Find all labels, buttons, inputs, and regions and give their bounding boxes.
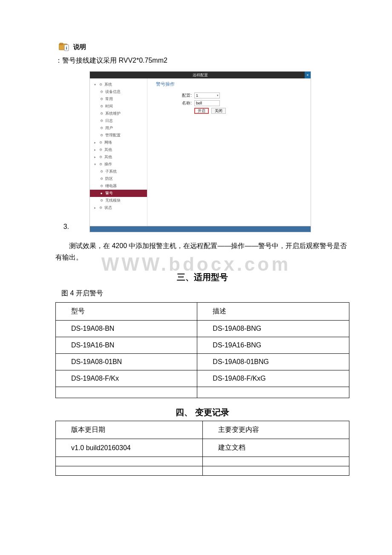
cell: DS-19A16-BN [56, 337, 197, 354]
tree-item-general[interactable]: ⚙常用 [90, 95, 147, 103]
section3-title: 三、适用型号 [55, 272, 349, 283]
tree-item-label: 时间 [105, 104, 113, 109]
tree-group-status[interactable]: ▸⚙状态 [90, 204, 147, 211]
select-value: 1 [196, 93, 198, 98]
note-icon: i [59, 43, 71, 51]
tree-item-time[interactable]: ⚙时间 [90, 103, 147, 110]
tree-item-device-info[interactable]: ⚙设备信息 [90, 88, 147, 95]
tree-item-user[interactable]: ⚙用户 [90, 124, 147, 132]
config-sidebar: ▾ ⚙ 系统 ⚙设备信息 ⚙常用 ⚙时间 ⚙系统维护 ⚙日志 ⚙用户 ⚙管理配置… [90, 78, 147, 226]
table-row: 版本更日期 主要变更内容 [56, 421, 349, 439]
cell: DS-19A08-01BN [56, 354, 197, 370]
tree-item-siren[interactable]: ●警号 [90, 190, 147, 197]
chevron-right-icon: ▸ [93, 148, 97, 152]
table-row [56, 387, 349, 398]
table-row: DS-19A16-BNDS-19A16-BNG [56, 337, 349, 354]
window-close-button[interactable]: × [305, 72, 311, 78]
chevron-down-icon: ▾ [93, 163, 97, 166]
models-table: 型号 描述 DS-19A08-BNDS-19A08-BNG DS-19A16-B… [55, 302, 349, 398]
cell: DS-19A16-BNG [197, 337, 349, 354]
cell [56, 457, 203, 466]
gear-icon: ⚙ [99, 90, 104, 94]
tree-item-zone[interactable]: ⚙防区 [90, 175, 147, 182]
gear-icon: ⚙ [98, 155, 103, 159]
table-row: DS-19A08-F/KxDS-19A08-F/KxG [56, 370, 349, 387]
gear-icon: ⚙ [99, 112, 104, 116]
gear-icon: ⚙ [98, 206, 103, 210]
cell [56, 466, 203, 476]
cell: DS-19A08-BNG [197, 321, 349, 337]
table-row: v1.0 build20160304建立文档 [56, 439, 349, 457]
tree-item-log[interactable]: ⚙日志 [90, 117, 147, 124]
tree-group-system[interactable]: ▾ ⚙ 系统 [90, 81, 147, 88]
gear-icon: ⚙ [98, 162, 103, 167]
config-name-input[interactable]: bell [194, 100, 220, 106]
tree-group-network[interactable]: ▸⚙网络 [90, 139, 147, 146]
col-model-header: 型号 [56, 303, 197, 321]
tree-item-maintenance[interactable]: ⚙系统维护 [90, 110, 147, 117]
tree-item-label: 无线模块 [105, 198, 121, 203]
config-index-select[interactable]: 1 ▾ [194, 92, 220, 98]
tree-item-label: 用户 [105, 125, 113, 131]
list-number: 3. [55, 223, 72, 232]
chevron-down-icon: ▾ [217, 94, 219, 97]
cell: v1.0 build20160304 [56, 439, 203, 457]
section4-title: 四、 变更记录 [55, 407, 349, 418]
gear-icon: ⚙ [99, 184, 104, 188]
config-index-label: 配置: [177, 92, 192, 98]
chevron-down-icon: ▾ [93, 83, 97, 87]
panel-title: 警号操作 [156, 81, 302, 87]
app-titlebar: 远程配置 × [90, 72, 311, 78]
tree-item-relay[interactable]: ⚙继电器 [90, 182, 147, 190]
note-callout: i 说明 [59, 43, 349, 51]
cell [202, 457, 349, 466]
gear-icon: ⚙ [99, 133, 104, 138]
test-paragraph: 测试效果，在 4200 中添加报警主机，在远程配置——操作——警号中，开启后观察… [55, 240, 349, 263]
gear-icon: ⚙ [99, 119, 104, 123]
table-row: DS-19A08-01BNDS-19A08-01BNG [56, 354, 349, 370]
tree-group-label: 其他 [104, 154, 112, 160]
remote-config-screenshot: 远程配置 × ▾ ⚙ 系统 ⚙设备信息 ⚙常用 ⚙时间 ⚙系统维护 ⚙日志 ⚙用 [89, 71, 311, 232]
tree-item-subsystem[interactable]: ⚙子系统 [90, 168, 147, 175]
gear-icon: ⚙ [99, 170, 104, 174]
tree-item-label: 子系统 [105, 169, 117, 174]
window-title: 远程配置 [193, 72, 208, 78]
tree-item-mgmt[interactable]: ⚙管理配置 [90, 132, 147, 139]
tree-group-operation[interactable]: ▾⚙操作 [90, 161, 147, 168]
gear-icon: ⚙ [99, 199, 104, 203]
tree-group-label: 其他 [104, 147, 112, 153]
input-value: bell [196, 101, 202, 105]
chevron-right-icon: ▸ [93, 206, 97, 210]
note-label: 说明 [73, 43, 86, 51]
cell: DS-19A08-BN [56, 321, 197, 337]
tree-group-other1[interactable]: ▸⚙其他 [90, 146, 147, 153]
disable-button[interactable]: 关闭 [211, 108, 226, 114]
changes-table: 版本更日期 主要变更内容 v1.0 build20160304建立文档 [55, 421, 349, 476]
gear-icon: ⚙ [99, 177, 104, 181]
enable-button[interactable]: 开启 [194, 108, 209, 114]
gear-icon: ⚙ [99, 104, 104, 109]
cell [202, 466, 349, 476]
tree-group-label: 操作 [104, 162, 112, 167]
tree-item-label: 防区 [105, 176, 113, 182]
tree-group-other2[interactable]: ▸⚙其他 [90, 153, 147, 161]
cell [56, 387, 197, 398]
tree-group-label: 状态 [104, 205, 112, 211]
table-row: DS-19A08-BNDS-19A08-BNG [56, 321, 349, 337]
app-status-bar [90, 226, 311, 232]
chevron-right-icon: ▸ [93, 141, 97, 145]
tree-item-label: 常用 [105, 96, 113, 102]
svg-rect-1 [60, 43, 63, 45]
tree-item-label: 警号 [105, 191, 113, 196]
tree-item-label: 系统维护 [105, 111, 121, 116]
gear-icon: ⚙ [98, 83, 103, 87]
gear-icon: ⚙ [98, 148, 103, 152]
col-desc-header: 描述 [197, 303, 349, 321]
tree-item-label: 日志 [105, 118, 113, 124]
cell: 建立文档 [202, 439, 349, 457]
col-version-header: 版本更日期 [56, 421, 203, 439]
col-change-header: 主要变更内容 [202, 421, 349, 439]
gear-icon: ⚙ [98, 141, 103, 145]
tree-item-wireless[interactable]: ⚙无线模块 [90, 197, 147, 204]
config-main-panel: 警号操作 配置: 1 ▾ 名称: bell [147, 78, 311, 226]
